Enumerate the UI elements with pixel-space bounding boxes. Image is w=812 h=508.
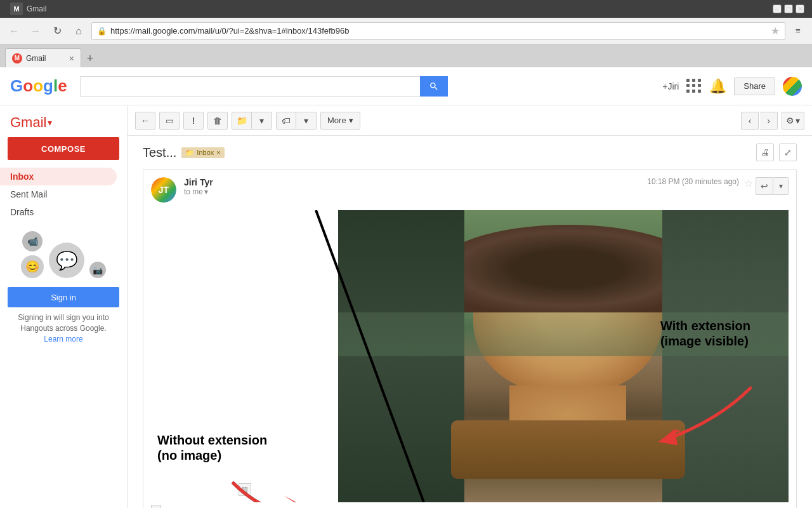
labels-button[interactable]: 🏷 xyxy=(276,112,296,130)
email-nav: ‹ › xyxy=(741,112,778,130)
apps-button[interactable] xyxy=(686,79,702,94)
move-to-dropdown-button[interactable]: ▾ xyxy=(252,112,272,130)
labels-dropdown-button[interactable]: ▾ xyxy=(296,112,317,130)
url-text: https://mail.google.com/mail/u/0/?ui=2&s… xyxy=(110,26,768,36)
gmail-dropdown-icon[interactable]: ▾ xyxy=(48,117,52,128)
sidebar-item-drafts[interactable]: Drafts xyxy=(0,203,117,221)
google-bar: Google +Jiri 🔔 Share xyxy=(0,67,812,105)
user-avatar[interactable] xyxy=(783,77,802,96)
share-button[interactable]: Share xyxy=(734,77,775,95)
back-arrow-icon: ← xyxy=(141,116,150,126)
email-view: Test... 📁 Inbox × 🖨 ⤢ xyxy=(128,136,812,508)
sidebar-item-inbox[interactable]: Inbox xyxy=(0,168,117,185)
gmail-tab[interactable]: M Gmail × xyxy=(5,48,81,67)
close-tab-button[interactable]: × xyxy=(69,53,74,64)
forward-button[interactable]: → xyxy=(27,22,44,40)
sender-info: Jiri Tyr to me ▾ xyxy=(184,177,647,196)
labels-dropdown-icon: ▾ xyxy=(304,116,308,126)
expand-icon: ⤢ xyxy=(784,147,792,157)
delete-button[interactable]: 🗑 xyxy=(207,112,228,130)
compose-button[interactable]: COMPOSE xyxy=(8,137,119,160)
search-button[interactable] xyxy=(420,76,448,97)
more-dropdown-icon: ▾ xyxy=(349,116,353,125)
inbox-tag-close[interactable]: × xyxy=(216,149,220,156)
reply-button[interactable]: ↩ xyxy=(756,177,773,195)
hangouts-video-icon: 📹 xyxy=(22,231,43,251)
folder-tag-icon: 📁 xyxy=(185,149,194,157)
home-button[interactable]: ⌂ xyxy=(70,22,88,40)
back-button[interactable]: ← xyxy=(5,22,23,40)
star-button[interactable]: ☆ xyxy=(744,177,753,189)
print-button[interactable]: 🖨 xyxy=(756,144,774,161)
expand-recipients-icon[interactable]: ▾ xyxy=(204,187,208,196)
footer-image-placeholder xyxy=(151,505,161,508)
sender-avatar-initials: JT xyxy=(151,177,176,203)
browser-menu-button[interactable]: ≡ xyxy=(789,22,807,40)
tab-label: Gmail xyxy=(26,54,65,63)
move-to-button[interactable]: 📁 xyxy=(232,112,252,130)
inbox-tag[interactable]: 📁 Inbox × xyxy=(181,147,224,158)
bookmark-icon[interactable]: ★ xyxy=(771,25,780,37)
spam-icon: ! xyxy=(192,116,195,126)
labels-group: 🏷 ▾ xyxy=(276,112,317,130)
hangouts-camera-icon: 📷 xyxy=(89,262,106,278)
report-spam-button[interactable]: ! xyxy=(183,112,204,130)
maximize-button[interactable]: □ xyxy=(784,4,793,13)
sender-to-row: to me ▾ xyxy=(184,187,647,196)
hangouts-smiley-icon: 😊 xyxy=(21,255,44,278)
email-message: JT Jiri Tyr to me ▾ 10:18 PM (30 minutes… xyxy=(143,169,797,508)
email-subject: Test... xyxy=(143,145,176,160)
search-container xyxy=(80,76,448,97)
next-email-button[interactable]: › xyxy=(760,112,778,130)
tabs-bar: M Gmail × + xyxy=(0,44,812,67)
tab-favicon: M xyxy=(15,55,20,62)
main-content: ← ▭ ! 🗑 📁 ▾ 🏷 xyxy=(127,105,812,508)
sidebar: Gmail ▾ COMPOSE Inbox Sent Mail Drafts 📹… xyxy=(0,105,127,508)
inbox-label: Inbox xyxy=(10,171,107,182)
close-button[interactable]: ✕ xyxy=(796,4,804,13)
sender-name: Jiri Tyr xyxy=(184,177,647,187)
hangouts-section: 📹 😊 💬 📷 Sign in Signing in will sign you… xyxy=(0,221,127,354)
minimize-button[interactable]: − xyxy=(773,4,782,13)
new-tab-button[interactable]: + xyxy=(81,50,99,67)
hangouts-icons-row: 📹 😊 💬 📷 xyxy=(8,231,119,278)
user-profile-link[interactable]: +Jiri xyxy=(662,81,679,91)
notifications-button[interactable]: 🔔 xyxy=(709,78,726,95)
title-bar: M Gmail − □ ✕ xyxy=(0,0,812,18)
print-icon: 🖨 xyxy=(761,147,769,157)
archive-button[interactable]: ▭ xyxy=(159,112,180,130)
search-input[interactable] xyxy=(80,76,420,97)
gmail-logo-row: Gmail ▾ xyxy=(0,110,127,135)
search-icon xyxy=(429,81,439,91)
label-icon: 🏷 xyxy=(282,116,291,126)
settings-dropdown-icon: ▾ xyxy=(796,116,800,126)
email-footer xyxy=(151,505,789,508)
move-dropdown-icon: ▾ xyxy=(259,116,264,126)
hangouts-chat-icon: 💬 xyxy=(49,243,84,278)
tab-title-text: Gmail xyxy=(27,4,46,13)
reload-button[interactable]: ↻ xyxy=(48,22,66,40)
sender-avatar: JT xyxy=(151,177,176,203)
email-subject-row: Test... 📁 Inbox × 🖨 ⤢ xyxy=(143,144,797,161)
email-toolbar: ← ▭ ! 🗑 📁 ▾ 🏷 xyxy=(128,105,812,136)
drafts-label: Drafts xyxy=(10,207,107,217)
google-logo: Google xyxy=(10,76,67,96)
settings-button[interactable]: ⚙ ▾ xyxy=(782,112,804,130)
reply-icon: ↩ xyxy=(761,181,768,191)
more-button[interactable]: More ▾ xyxy=(320,112,360,130)
gmail-logo: Gmail xyxy=(10,114,46,131)
prev-icon: ‹ xyxy=(749,116,752,126)
address-bar[interactable]: 🔒 https://mail.google.com/mail/u/0/?ui=2… xyxy=(91,22,785,40)
trash-icon: 🗑 xyxy=(213,116,222,126)
expand-button[interactable]: ⤢ xyxy=(779,144,797,161)
broken-image-icon: 🖼 xyxy=(239,483,251,496)
reply-more-button[interactable]: ▾ xyxy=(773,177,789,195)
lock-icon: 🔒 xyxy=(97,27,107,36)
prev-email-button[interactable]: ‹ xyxy=(741,112,759,130)
signin-button[interactable]: Sign in xyxy=(8,287,119,307)
sent-label: Sent Mail xyxy=(10,189,107,199)
settings-group: ⚙ ▾ xyxy=(782,112,804,130)
sidebar-item-sent[interactable]: Sent Mail xyxy=(0,185,117,203)
back-to-inbox-button[interactable]: ← xyxy=(135,112,155,130)
learn-more-link[interactable]: Learn more xyxy=(44,335,82,344)
